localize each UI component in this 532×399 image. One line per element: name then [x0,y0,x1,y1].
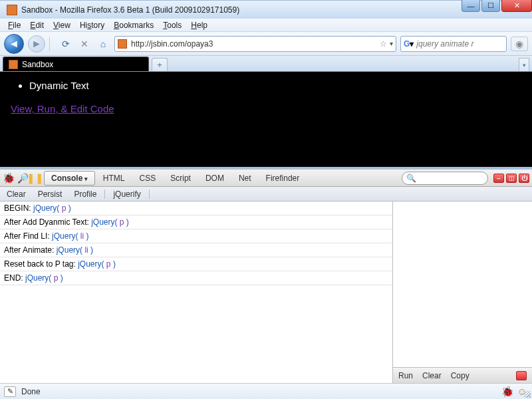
menu-bookmarks[interactable]: Bookmarks [110,19,158,31]
firebug-search[interactable]: 🔍 [402,172,488,185]
tab-active[interactable]: Sandbox [3,57,149,71]
bookmark-star-icon[interactable]: ☆ [380,39,387,49]
reload-button[interactable]: ⟳ [59,37,73,51]
menu-file[interactable]: File [4,19,25,31]
firebug-clear-button[interactable]: Clear [7,190,26,199]
list-all-tabs-button[interactable]: ▾ [519,58,529,71]
firebug-minimize-button[interactable]: ‒ [493,174,504,183]
home-button[interactable]: ⌂ [96,37,110,51]
console-line: Reset back to P tag: jQuery( p ) [0,257,392,271]
url-bar[interactable]: http://jsbin.com/opaya3 ☆ ▾ [114,36,396,52]
separator [104,190,105,199]
resize-grip[interactable] [524,391,531,398]
firebug-command-panel: Run Clear Copy [392,201,532,383]
console-line: After Find LI: jQuery( li ) [0,229,392,243]
page-content: Dynamic Text View, Run, & Edit Code [0,72,532,167]
menu-edit[interactable]: Edit [26,19,48,31]
window-minimize-button[interactable]: — [462,0,480,12]
url-favicon [118,39,127,49]
firebug-status-icon[interactable]: 🐞 [501,386,513,398]
app-favicon [7,5,17,15]
url-history-dropdown[interactable]: ▾ [390,40,393,47]
firebug-profile-button[interactable]: Profile [74,190,96,199]
firebug-subtoolbar: Clear Persist Profile jQuerify [0,187,532,201]
firebug-command-editor[interactable] [393,201,532,367]
stop-button[interactable]: ✕ [77,37,92,51]
firebug-tab-console[interactable]: Console [44,171,95,186]
tab-title: Sandbox [22,60,53,69]
console-line: After Animate: jQuery( li ) [0,243,392,257]
firebug-close-button[interactable]: ⏻ [519,174,529,183]
pause-icon[interactable]: ❚❚ [31,172,40,184]
back-button[interactable]: ◄ [4,34,24,54]
firebug-tab-script[interactable]: Script [164,172,198,185]
firebug-copy-button[interactable]: Copy [451,371,469,380]
firebug-tab-dom[interactable]: DOM [199,172,231,185]
search-bar[interactable]: G▾ [400,36,507,52]
window-title: Sandbox - Mozilla Firefox 3.6 Beta 1 (Bu… [21,5,529,15]
forward-button[interactable]: ► [28,35,45,53]
tab-strip: Sandbox + ▾ [0,56,532,72]
camera-icon[interactable]: ◉ [511,37,528,51]
url-text: http://jsbin.com/opaya3 [131,39,377,49]
status-text: Done [21,387,41,396]
firebug-command-bar: Run Clear Copy [393,367,532,383]
firebug-cmd-clear-button[interactable]: Clear [422,371,442,380]
search-input[interactable] [416,39,503,49]
tab-favicon [9,60,18,69]
firebug-tab-firefinder[interactable]: Firefinder [259,172,307,185]
menu-tools[interactable]: Tools [159,19,186,31]
firebug-detach-button[interactable]: ◫ [506,174,517,183]
nav-toolbar: ◄ ► ⟳ ✕ ⌂ http://jsbin.com/opaya3 ☆ ▾ G▾… [0,32,532,56]
firebug-tab-net[interactable]: Net [232,172,258,185]
menu-history[interactable]: History [76,19,108,31]
firebug-panel: 🐞 🔎 ❚❚ Console HTML CSS Script DOM Net F… [0,167,532,383]
new-tab-button[interactable]: + [152,58,168,71]
console-line: After Add Dyanmic Text: jQuery( p ) [0,215,392,229]
firebug-jquerify-button[interactable]: jQuerify [113,190,140,199]
window-titlebar: Sandbox - Mozilla Firefox 3.6 Beta 1 (Bu… [0,0,532,19]
menu-help[interactable]: Help [187,19,211,31]
console-line: BEGIN: jQuery( p ) [0,201,392,215]
status-bar: ✎ Done 🐞 ☺ [0,383,532,399]
search-engine-icon[interactable]: G▾ [404,39,414,49]
firebug-icon[interactable]: 🐞 [3,172,15,184]
firebug-tabbar: 🐞 🔎 ❚❚ Console HTML CSS Script DOM Net F… [0,170,532,187]
firebug-tab-css[interactable]: CSS [133,172,163,185]
firebug-persist-button[interactable]: Persist [38,190,63,199]
menubar: File Edit View History Bookmarks Tools H… [0,19,532,32]
window-close-button[interactable]: ✕ [501,0,532,12]
console-line: END: jQuery( p ) [0,271,392,285]
firebug-collapse-button[interactable] [516,371,527,380]
window-maximize-button[interactable]: ☐ [481,0,500,12]
firebug-run-button[interactable]: Run [398,371,413,380]
menu-view[interactable]: View [49,19,74,31]
page-edit-link[interactable]: View, Run, & Edit Code [11,103,521,114]
firebug-tab-html[interactable]: HTML [96,172,132,185]
separator [149,190,150,199]
firebug-console-output: BEGIN: jQuery( p )After Add Dyanmic Text… [0,201,392,383]
edit-icon[interactable]: ✎ [4,386,16,397]
page-list-item: Dynamic Text [29,80,521,91]
